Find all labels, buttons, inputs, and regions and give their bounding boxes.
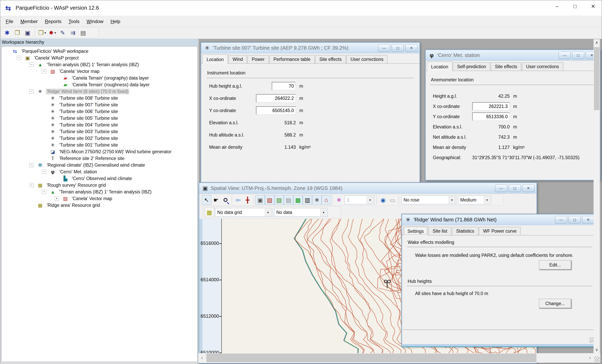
- tree-item[interactable]: ✳'Turbine site 001' Turbine site: [1, 142, 197, 148]
- spatial-window-titlebar[interactable]: ▣ Spatial View: UTM-Proj.-S.hemisph. Zon…: [199, 183, 537, 194]
- globe-button[interactable]: ◉: [378, 195, 388, 205]
- rose-select[interactable]: No rose▾: [401, 196, 456, 204]
- new-member-button[interactable]: ✸▾: [48, 28, 57, 37]
- detail-select[interactable]: Medium▾: [458, 196, 491, 204]
- tree-item[interactable]: −▣'Canela' WAsP project: [1, 54, 197, 61]
- dropdown-arrow-icon[interactable]: ▾: [44, 31, 46, 35]
- restore-button[interactable]: ◻: [392, 44, 404, 52]
- hscroll-thumb[interactable]: [206, 353, 537, 362]
- tree-expand-minus-icon[interactable]: −: [17, 56, 21, 60]
- menu-file[interactable]: File: [2, 17, 17, 26]
- back-button[interactable]: ⇦: [233, 195, 243, 205]
- tree-item[interactable]: ⇆'ParqueFicticio' WAsP workspace: [1, 48, 197, 54]
- resize-grip[interactable]: [594, 356, 600, 362]
- tab-wf-power-curve[interactable]: WF Power curve: [479, 227, 521, 235]
- tree-item[interactable]: ▦'Ridge area' Resource grid: [1, 202, 197, 209]
- open-workspace-button[interactable]: ❐: [13, 28, 22, 37]
- menu-member[interactable]: Member: [17, 17, 41, 26]
- tree-item[interactable]: ▰'Canela Terrain' (orography) data layer: [1, 75, 197, 81]
- tab-power[interactable]: Power: [247, 55, 269, 64]
- open-project-button[interactable]: ❐▾: [37, 28, 47, 37]
- tab-performance-table[interactable]: Performance table: [269, 55, 315, 64]
- resource-layer-toggle[interactable]: ▩: [293, 195, 303, 205]
- resource-grid-button[interactable]: ▦: [204, 208, 214, 217]
- roughness-layer-toggle[interactable]: ▧: [274, 195, 284, 205]
- tab-location[interactable]: Location: [203, 54, 228, 64]
- menu-help[interactable]: Help: [107, 17, 124, 26]
- tab-site-effects[interactable]: Site effects: [315, 55, 346, 64]
- tab-site-effects[interactable]: Site effects: [491, 63, 521, 71]
- tree-item[interactable]: ▙'Cerro' Observed wind climate: [1, 175, 197, 182]
- tree-expand-minus-icon[interactable]: −: [42, 170, 46, 174]
- tree-item[interactable]: +▨'Canela' Vector map: [1, 195, 197, 202]
- orography-layer-toggle[interactable]: ▤: [284, 195, 293, 205]
- houses-toggle[interactable]: ⌂: [322, 195, 331, 205]
- menu-tools[interactable]: Tools: [65, 17, 83, 26]
- minimize-button[interactable]: —: [555, 216, 567, 224]
- minimize-button[interactable]: –: [548, 0, 566, 12]
- tree-item[interactable]: ◪'NEG-Micon 2750/92 (2750 kW)' Wind turb…: [1, 148, 197, 155]
- turbine-sites-toggle[interactable]: ✳: [312, 195, 322, 205]
- dropdown-arrow-icon[interactable]: ▾: [54, 31, 56, 35]
- tab-user-corrections[interactable]: User corrections: [346, 55, 387, 64]
- tree-expand-minus-icon[interactable]: −: [42, 190, 46, 194]
- y-co-ordinate-input[interactable]: [472, 112, 510, 121]
- minimize-button[interactable]: —: [495, 184, 507, 192]
- tab-wind[interactable]: Wind: [228, 55, 247, 64]
- minimize-button[interactable]: —: [378, 44, 390, 52]
- scroll-down-button[interactable]: ∨: [593, 346, 600, 353]
- edit-member-button[interactable]: ✎: [58, 28, 67, 37]
- tree-expand-minus-icon[interactable]: −: [29, 63, 34, 67]
- y-co-ordinate-input[interactable]: [256, 106, 296, 115]
- tree-item[interactable]: ✳'Turbine site 005' Turbine site: [1, 115, 197, 121]
- restore-button[interactable]: ◻: [509, 184, 521, 192]
- report-button[interactable]: ▤: [78, 28, 88, 37]
- restore-button[interactable]: ◻: [569, 216, 581, 224]
- horizontal-scrollbar[interactable]: ‹ ›: [198, 353, 593, 363]
- minimize-button[interactable]: —: [559, 52, 571, 59]
- tree-item[interactable]: −▲'Terrain analysis (IBZ) 1' Terrain ana…: [1, 61, 197, 68]
- tab-statistics[interactable]: Statistics: [452, 227, 478, 235]
- data-grid-select[interactable]: No data grid▾: [215, 208, 272, 217]
- dropdown-arrow-icon[interactable]: ▾: [484, 196, 490, 203]
- tree-expand-plus-icon[interactable]: +: [54, 196, 59, 201]
- tree-item[interactable]: −✳'Ridge' Wind farm (8 sites) (70.0 m fi…: [1, 88, 197, 95]
- scroll-up-button[interactable]: ∧: [593, 39, 600, 46]
- new-workspace-button[interactable]: ✱: [2, 28, 12, 37]
- scroll-left-button[interactable]: ‹: [198, 353, 205, 363]
- edit-button[interactable]: Edit...: [539, 260, 571, 270]
- tree-item[interactable]: ▰'Canela Terrain' (roughness) data layer: [1, 81, 197, 88]
- zoom-level-select[interactable]: 1▾: [345, 196, 374, 204]
- tree-item[interactable]: ✳'Turbine site 007' Turbine site: [1, 101, 197, 108]
- dropdown-arrow-icon[interactable]: ▾: [367, 196, 373, 203]
- menu-reports[interactable]: Reports: [41, 17, 65, 26]
- tab-location[interactable]: Location: [427, 62, 452, 71]
- tab-settings[interactable]: Settings: [403, 226, 428, 236]
- close-button[interactable]: ✕: [522, 184, 535, 192]
- tree-expand-minus-icon[interactable]: −: [29, 89, 34, 94]
- tab-user-corrections[interactable]: User corrections: [522, 63, 563, 71]
- data-select[interactable]: No data▾: [274, 208, 328, 217]
- save-workspace-button[interactable]: ▣: [23, 28, 32, 37]
- tree-item[interactable]: ✳'Turbine site 003' Turbine site: [1, 128, 197, 135]
- close-button[interactable]: ✕: [584, 0, 602, 12]
- export-button[interactable]: ⇉: [68, 28, 78, 37]
- hub-height-a-g-l--input[interactable]: [272, 82, 296, 90]
- close-button[interactable]: ✕: [405, 44, 418, 52]
- tree-item[interactable]: ✳'Turbine site 002' Turbine site: [1, 135, 197, 142]
- tree-expand-minus-icon[interactable]: −: [29, 163, 34, 167]
- grid-frame-toggle[interactable]: ▣: [255, 195, 265, 205]
- tree-item[interactable]: ⊺'Reference site 2' Reference site: [1, 155, 197, 162]
- bw-layer-toggle[interactable]: ▥: [303, 195, 312, 205]
- dropdown-arrow-icon[interactable]: ▾: [320, 209, 327, 216]
- tree-item[interactable]: ✳'Turbine site 004' Turbine site: [1, 121, 197, 128]
- tab-self-prediction[interactable]: Self-prediction: [453, 63, 490, 71]
- turbine-window-titlebar[interactable]: ✳ 'Turbine site 007' Turbine site (AEP 9…: [201, 43, 419, 54]
- pan-tool[interactable]: ☛: [211, 195, 221, 205]
- tree-item[interactable]: −▲'Terrain analysis (IBZ) 1' Terrain ana…: [1, 189, 197, 195]
- rose-overlay-toggle[interactable]: ✳: [334, 195, 344, 205]
- dropdown-arrow-icon[interactable]: ▾: [449, 196, 455, 203]
- maximize-button[interactable]: □: [566, 0, 584, 12]
- scroll-right-button[interactable]: ›: [586, 353, 593, 363]
- zoom-tool[interactable]: [221, 195, 230, 205]
